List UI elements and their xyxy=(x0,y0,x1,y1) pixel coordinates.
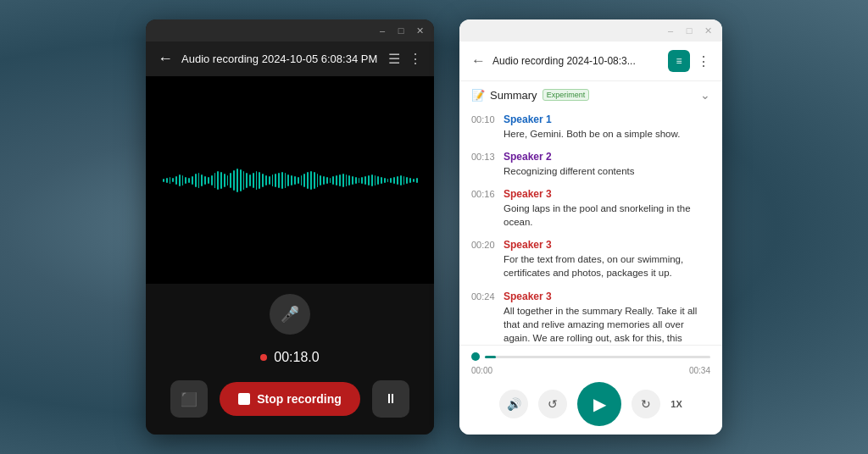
right-recording-title: Audio recording 2024-10-08:3... xyxy=(492,55,661,67)
volume-button[interactable]: 🔊 xyxy=(499,390,528,418)
right-more-icon[interactable]: ⋮ xyxy=(697,53,710,69)
timer-display: 00:18.0 xyxy=(274,350,319,365)
time-labels: 00:00 00:34 xyxy=(471,366,710,375)
summary-label-wrap: 📝 Summary Experiment xyxy=(471,89,693,102)
timestamp: 00:10 xyxy=(471,114,495,141)
left-titlebar: – □ ✕ xyxy=(146,19,434,42)
recording-title: Audio recording 2024-10-05 6:08:34 PM xyxy=(181,53,380,65)
transcript-content: Speaker 3 Going laps in the pool and sno… xyxy=(504,188,710,229)
right-back-icon[interactable]: ← xyxy=(471,53,486,69)
speaker-name: Speaker 1 xyxy=(504,114,680,125)
summary-icon: 📝 xyxy=(471,89,485,102)
right-app-header: ← Audio recording 2024-10-08:3... ≡ ⋮ xyxy=(459,42,722,81)
minimize-button[interactable]: – xyxy=(376,25,388,36)
teal-menu-button[interactable]: ≡ xyxy=(668,50,690,72)
right-minimize-button[interactable]: – xyxy=(665,25,676,36)
transcript-content: Speaker 1 Here, Gemini. Both be on a sim… xyxy=(504,114,680,141)
transcript-entry: 00:24 Speaker 3 All together in the summ… xyxy=(471,291,710,345)
progress-track[interactable] xyxy=(485,356,710,358)
timestamp: 00:24 xyxy=(471,291,495,345)
transcript-content: Speaker 2 Recognizing different contents xyxy=(504,151,635,178)
square-icon: ⬛ xyxy=(181,391,198,407)
square-stop-button[interactable]: ⬛ xyxy=(170,380,208,418)
experiment-badge: Experiment xyxy=(542,89,590,101)
speed-label[interactable]: 1X xyxy=(670,399,682,409)
playback-controls: 🔊 ↺ ▶ ↻ 1X xyxy=(471,382,710,426)
transcript-entry: 00:20 Speaker 3 For the text from dates,… xyxy=(471,239,710,280)
teal-menu-icon: ≡ xyxy=(676,55,682,67)
playback-area: 00:00 00:34 🔊 ↺ ▶ ↻ 1X xyxy=(459,345,722,435)
transcript-text: Going laps in the pool and snorkeling in… xyxy=(504,202,710,229)
transcript-content: Speaker 3 For the text from dates, on ou… xyxy=(504,239,710,280)
waveform-bars xyxy=(163,169,417,192)
left-app-header: ← Audio recording 2024-10-05 6:08:34 PM … xyxy=(146,42,434,76)
right-close-button[interactable]: ✕ xyxy=(702,25,714,36)
transcript-text: Here, Gemini. Both be on a simple show. xyxy=(504,127,680,141)
speaker-name: Speaker 3 xyxy=(504,291,710,302)
transcript-text: For the text from dates, on our swimming… xyxy=(504,252,710,280)
stop-recording-label: Stop recording xyxy=(257,392,342,406)
chevron-down-icon: ⌄ xyxy=(700,88,710,102)
speaker-name: Speaker 2 xyxy=(504,151,635,163)
progress-dot xyxy=(471,352,480,361)
timestamp: 00:16 xyxy=(471,188,495,229)
summary-label: Summary xyxy=(490,89,537,102)
maximize-button[interactable]: □ xyxy=(395,25,407,36)
play-button[interactable]: ▶ xyxy=(577,382,621,426)
transcript-content: Speaker 3 All together in the summary Re… xyxy=(504,291,710,345)
transcript-text: All together in the summary Really. Take… xyxy=(504,304,710,345)
right-titlebar: – □ ✕ xyxy=(459,19,722,42)
controls-bar: ⬛ Stop recording ⏸ xyxy=(146,370,434,435)
progress-bar[interactable] xyxy=(471,352,710,361)
forward-button[interactable]: ↻ xyxy=(632,390,660,418)
transcript-text: Recognizing different contents xyxy=(504,164,635,178)
waveform-area xyxy=(146,76,434,284)
timestamp: 00:20 xyxy=(471,239,495,280)
progress-fill xyxy=(485,356,496,358)
back-icon[interactable]: ← xyxy=(158,50,173,68)
transcript-area: 00:10 Speaker 1 Here, Gemini. Both be on… xyxy=(459,108,722,345)
timestamp: 00:13 xyxy=(471,151,495,178)
speaker-name: Speaker 3 xyxy=(504,239,710,251)
menu-icon[interactable]: ☰ xyxy=(388,51,400,67)
left-recording-window: – □ ✕ ← Audio recording 2024-10-05 6:08:… xyxy=(146,19,434,435)
recording-indicator xyxy=(260,354,267,361)
pause-button[interactable]: ⏸ xyxy=(372,380,409,418)
summary-bar[interactable]: 📝 Summary Experiment ⌄ xyxy=(459,81,722,108)
right-transcript-window: – □ ✕ ← Audio recording 2024-10-08:3... … xyxy=(459,19,722,435)
stop-recording-button[interactable]: Stop recording xyxy=(220,382,360,416)
transcript-entry: 00:13 Speaker 2 Recognizing different co… xyxy=(471,151,710,178)
mic-button[interactable]: 🎤 xyxy=(270,294,310,335)
stop-icon xyxy=(238,393,250,405)
more-icon[interactable]: ⋮ xyxy=(409,51,422,67)
speaker-name: Speaker 3 xyxy=(504,188,710,200)
pause-icon: ⏸ xyxy=(384,391,398,407)
timer-area: 00:18.0 xyxy=(146,345,434,370)
total-time: 00:34 xyxy=(689,366,710,375)
transcript-entry: 00:10 Speaker 1 Here, Gemini. Both be on… xyxy=(471,114,710,141)
right-maximize-button[interactable]: □ xyxy=(683,25,695,36)
transcript-entry: 00:16 Speaker 3 Going laps in the pool a… xyxy=(471,188,710,229)
current-time: 00:00 xyxy=(471,366,492,375)
rewind-button[interactable]: ↺ xyxy=(538,390,567,418)
close-button[interactable]: ✕ xyxy=(414,25,426,36)
mic-button-area: 🎤 xyxy=(146,284,434,345)
header-icons: ☰ ⋮ xyxy=(388,51,422,67)
